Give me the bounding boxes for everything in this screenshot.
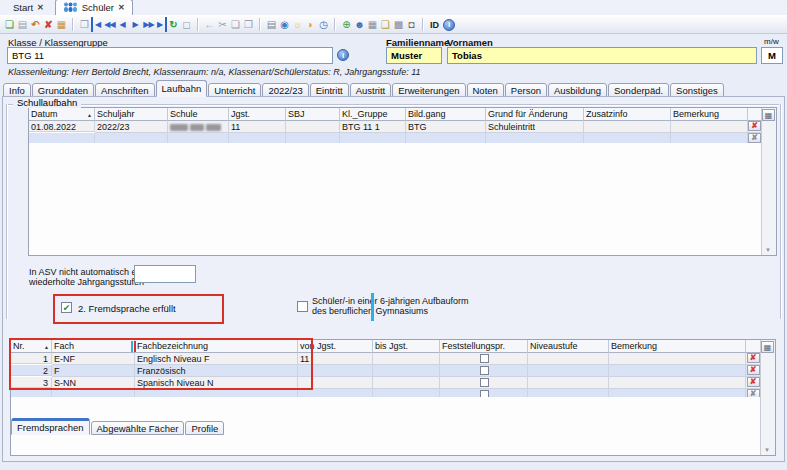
vornamen-input[interactable]: Tobias — [447, 47, 757, 64]
print-icon[interactable]: ▤ — [265, 17, 278, 32]
cell-niveaustufe[interactable] — [528, 365, 609, 377]
delete-row-icon-disabled[interactable]: ✘ — [748, 133, 761, 143]
klasse-info-icon[interactable]: i — [337, 49, 349, 61]
cell-zusatzinfo[interactable] — [584, 121, 671, 133]
nav-first-icon[interactable]: ◀ — [91, 17, 103, 32]
cell-niveaustufe[interactable] — [528, 377, 609, 389]
cell-bemerkung[interactable] — [609, 353, 746, 365]
delete-record-icon[interactable]: ✘ — [42, 17, 55, 32]
nav-next-fast-icon[interactable]: ▶▶ — [142, 17, 155, 32]
alert-icon[interactable]: ◗ — [304, 17, 317, 32]
tab-person[interactable]: Person — [505, 83, 547, 97]
feststellungspr-checkbox[interactable] — [480, 366, 489, 375]
table-config-icon[interactable]: ▦ — [762, 109, 775, 121]
scroll-down-icon[interactable]: ▼ — [764, 447, 770, 453]
cell-kl-gruppe[interactable]: BTG 11 1 — [340, 121, 406, 133]
column-header-zusatzinfo[interactable]: Zusatzinfo — [584, 108, 671, 121]
report-icon[interactable]: ❐ — [78, 17, 91, 32]
tip-icon[interactable]: ☼ — [291, 17, 304, 32]
column-header-schuljahr[interactable]: Schuljahr — [95, 108, 168, 121]
schullaufbahn-scrollbar[interactable]: ▲ ▼ — [761, 108, 776, 255]
cell-schule[interactable] — [168, 121, 229, 133]
tab-grunddaten[interactable]: Grunddaten — [32, 83, 94, 97]
panel-icon[interactable]: ◻ — [180, 17, 193, 32]
column-header-bildgang[interactable]: Bild.gang — [406, 108, 486, 121]
column-header-nr[interactable]: Nr.▲ — [11, 340, 52, 353]
export-icon[interactable]: ⊕ — [340, 17, 353, 32]
cell-grund[interactable]: Schuleintritt — [486, 121, 584, 133]
nav-last-icon[interactable]: ▶ — [155, 17, 167, 32]
back-icon[interactable]: ← — [203, 17, 216, 32]
nav-next-icon[interactable]: ▶ — [129, 17, 142, 32]
folder-export-icon[interactable]: ❑ — [379, 17, 392, 32]
column-header-fachbezeichnung[interactable]: Fachbezeichnung — [135, 340, 298, 353]
cell-bis-jgst[interactable] — [373, 353, 440, 365]
group-icon[interactable]: ▩ — [392, 17, 405, 32]
cut-icon[interactable]: ✂ — [216, 17, 229, 32]
column-header-bemerkung[interactable]: Bemerkung — [671, 108, 748, 121]
column-header-von-jgst[interactable]: von Jgst. — [298, 340, 373, 353]
tab-erweiterungen[interactable]: Erweiterungen — [392, 83, 465, 97]
column-header-datum[interactable]: Datum▲ — [29, 108, 95, 121]
feststellungspr-checkbox[interactable] — [480, 354, 489, 363]
tab-2022-23[interactable]: 2022/23 — [262, 83, 308, 97]
user-lock-icon[interactable]: ◘ — [405, 17, 418, 32]
tab-info[interactable]: Info — [3, 83, 31, 97]
tab-austritt[interactable]: Austritt — [350, 83, 392, 97]
tab-fremdsprachen[interactable]: Fremdsprachen — [11, 418, 90, 435]
delete-row-icon[interactable]: ✘ — [747, 365, 760, 375]
column-header-jgst[interactable]: Jgst. — [229, 108, 286, 121]
table-config-icon[interactable]: ▦ — [761, 341, 774, 353]
matrix-icon[interactable]: ▦ — [366, 17, 379, 32]
cell-fach[interactable]: F — [52, 365, 135, 377]
column-header-niveaustufe[interactable]: Niveaustufe — [528, 340, 609, 353]
column-header-fach[interactable]: Fach — [52, 340, 135, 353]
cell-fach[interactable]: S-NN — [52, 377, 135, 389]
klasse-input[interactable]: BTG 11 — [7, 47, 333, 64]
preview-icon[interactable]: ◉ — [278, 17, 291, 32]
window-tab-schueler[interactable]: Schüler ✕ — [55, 0, 133, 15]
cell-jgst[interactable]: 11 — [229, 121, 286, 133]
tab-sonderpaed[interactable]: Sonderpäd. — [608, 83, 669, 97]
cell-fachbezeichnung[interactable]: Französisch — [135, 365, 298, 377]
feststellungspr-checkbox[interactable] — [480, 378, 489, 387]
tab-sonstiges[interactable]: Sonstiges — [670, 83, 724, 97]
id-info-icon[interactable]: i — [443, 19, 455, 31]
scroll-down-icon[interactable]: ▼ — [765, 247, 771, 253]
column-header-grund[interactable]: Grund für Änderung — [486, 108, 584, 121]
history-icon[interactable]: ◷ — [317, 17, 330, 32]
cell-bemerkung[interactable] — [609, 365, 746, 377]
save-icon[interactable]: ▤ — [16, 17, 29, 32]
aufbauform-checkbox[interactable] — [297, 301, 308, 312]
column-header-bis-jgst[interactable]: bis Jgst. — [373, 340, 440, 353]
tab-anschriften[interactable]: Anschriften — [95, 83, 155, 97]
fremdsprachen-scrollbar[interactable]: ▲ ▼ — [760, 340, 775, 455]
paste-icon[interactable]: ❐ — [242, 17, 255, 32]
column-header-feststellungspr[interactable]: Feststellungspr. — [440, 340, 528, 353]
cell-fachbezeichnung[interactable]: Englisch Niveau F — [135, 353, 298, 365]
nav-prev-icon[interactable]: ◀ — [116, 17, 129, 32]
tab-abgewaehlte-faecher[interactable]: Abgewählte Fächer — [91, 421, 185, 435]
cell-fachbezeichnung[interactable]: Spanisch Niveau N — [135, 377, 298, 389]
close-icon[interactable]: ✕ — [37, 3, 44, 12]
column-header-sbj[interactable]: SBJ — [286, 108, 340, 121]
cell-nr[interactable]: 3 — [11, 377, 52, 388]
tab-ausbildung[interactable]: Ausbildung — [548, 83, 607, 97]
nav-prev-fast-icon[interactable]: ◀◀ — [103, 17, 116, 32]
new-record-icon[interactable]: ❏ — [3, 17, 16, 32]
column-header-bemerkung[interactable]: Bemerkung — [609, 340, 746, 353]
window-tab-start[interactable]: Start ✕ — [6, 0, 51, 15]
cell-nr[interactable]: 2 — [11, 365, 52, 376]
cell-von-jgst[interactable] — [298, 365, 373, 377]
cell-bemerkung[interactable] — [609, 377, 746, 389]
cell-niveaustufe[interactable] — [528, 353, 609, 365]
tab-profile[interactable]: Profile — [185, 421, 224, 435]
cell-schuljahr[interactable]: 2022/23 — [95, 121, 168, 133]
column-header-schule[interactable]: Schule — [168, 108, 229, 121]
delete-row-icon[interactable]: ✘ — [747, 353, 760, 363]
edit-table-icon[interactable]: ▦ — [55, 17, 68, 32]
cell-von-jgst[interactable] — [298, 377, 373, 389]
mw-input[interactable]: M — [761, 47, 783, 64]
student-icon[interactable]: ☻ — [353, 17, 366, 32]
cell-bemerkung[interactable] — [671, 121, 748, 133]
